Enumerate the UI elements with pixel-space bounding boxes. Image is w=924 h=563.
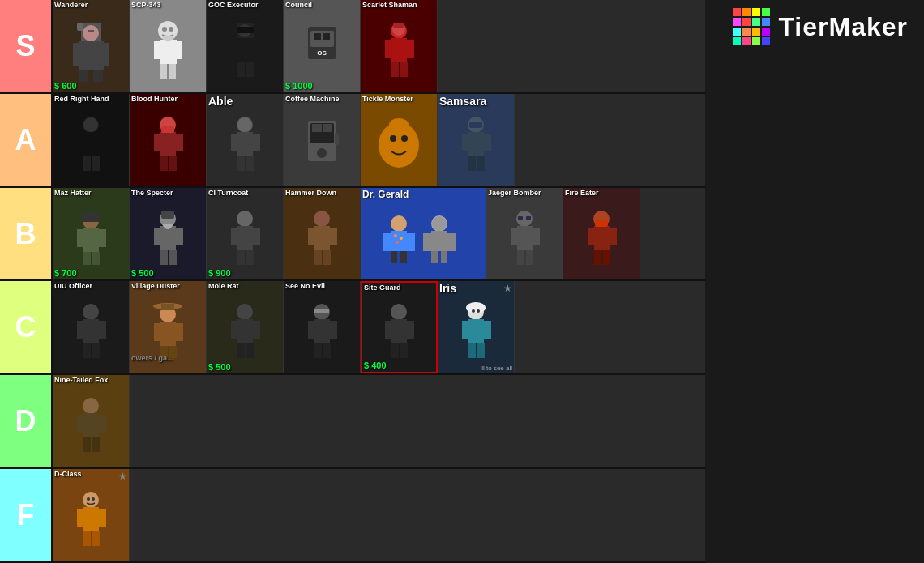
svg-point-67 (401, 135, 408, 142)
svg-point-131 (83, 304, 99, 320)
tier-items-a: Red Right Hand Blood Hunter (53, 94, 705, 186)
svg-rect-135 (83, 343, 91, 358)
svg-rect-126 (588, 228, 596, 245)
svg-rect-89 (160, 250, 168, 265)
svg-rect-26 (310, 31, 334, 47)
tier-row-c: C UIU Officer Village Du (0, 281, 705, 375)
svg-rect-136 (92, 343, 100, 358)
star-icon: ★ (118, 471, 127, 482)
svg-rect-14 (169, 64, 176, 79)
svg-rect-103 (323, 250, 331, 265)
svg-point-15 (162, 27, 167, 32)
svg-point-186 (92, 497, 95, 501)
svg-rect-5 (93, 70, 103, 82)
svg-rect-146 (237, 319, 253, 343)
svg-point-66 (390, 135, 396, 142)
svg-rect-148 (252, 321, 260, 339)
svg-rect-163 (400, 343, 408, 358)
list-item[interactable]: Village Duster owers / ga... (130, 281, 207, 373)
list-item[interactable]: Tickle Monster (361, 94, 438, 186)
svg-rect-34 (391, 62, 399, 77)
svg-rect-154 (329, 321, 337, 339)
svg-point-68 (389, 118, 409, 131)
svg-point-145 (237, 304, 253, 320)
svg-text:OS: OS (317, 49, 327, 57)
svg-rect-64 (335, 133, 339, 145)
svg-point-109 (400, 237, 403, 240)
list-item[interactable]: Iris ★ (438, 281, 515, 373)
svg-rect-123 (526, 216, 531, 220)
svg-rect-153 (308, 321, 316, 339)
svg-rect-134 (98, 321, 106, 339)
list-item[interactable]: Hammer Down (284, 188, 361, 280)
list-item[interactable]: Blood Hunter (130, 94, 207, 186)
list-item[interactable]: Red Right Hand (53, 94, 130, 186)
svg-rect-57 (246, 156, 254, 171)
svg-rect-125 (594, 226, 610, 250)
list-item[interactable]: Samsara (438, 94, 515, 186)
list-item[interactable]: SCP-343 (130, 0, 207, 92)
list-item[interactable]: Able (207, 94, 284, 186)
svg-rect-101 (329, 228, 337, 245)
tier-label-f: F (0, 469, 53, 561)
list-item[interactable]: Wanderer $ 600 (53, 0, 130, 92)
tier-items-c: UIU Officer Village Duster (53, 281, 705, 373)
list-item[interactable]: GOC Executor (207, 0, 284, 92)
svg-rect-46 (160, 132, 176, 156)
tier-items-f: D-Class ★ (53, 469, 705, 561)
star-icon: ★ (503, 283, 512, 294)
svg-rect-150 (246, 343, 254, 358)
list-item[interactable]: Jaeger Bomber (486, 188, 563, 280)
svg-rect-122 (518, 216, 523, 220)
svg-rect-81 (83, 252, 91, 265)
svg-rect-176 (98, 415, 106, 433)
svg-rect-74 (477, 156, 485, 171)
svg-point-172 (477, 309, 480, 313)
list-item[interactable]: Council OS $ 1000 (284, 0, 361, 92)
svg-rect-42 (83, 156, 91, 171)
svg-rect-8 (88, 30, 94, 32)
svg-rect-11 (154, 41, 161, 59)
svg-rect-1 (79, 41, 104, 70)
list-item[interactable]: Site Guard $ 400 (361, 281, 438, 373)
list-item[interactable]: Maz Hatter $ 700 (53, 188, 130, 280)
list-item[interactable]: UIU Officer (53, 281, 130, 373)
tier-row-s: S Wanderer (0, 0, 705, 94)
tier-row-b: B Maz Hatter (0, 188, 705, 282)
svg-rect-183 (83, 531, 91, 546)
list-item[interactable]: CI Turncoat $ 900 (207, 188, 284, 280)
svg-rect-114 (441, 251, 447, 263)
list-item[interactable]: D-Class ★ (53, 469, 130, 561)
svg-rect-102 (314, 250, 322, 265)
list-item[interactable]: Fire Eater (563, 188, 640, 280)
list-item[interactable]: Mole Rat $ 500 (207, 281, 284, 373)
list-item[interactable]: Scarlet Shaman (361, 0, 438, 92)
svg-rect-32 (385, 40, 393, 58)
svg-rect-93 (237, 226, 253, 250)
svg-rect-138 (160, 322, 176, 346)
svg-rect-168 (483, 321, 491, 339)
list-item[interactable]: Dr. Gerald (361, 188, 486, 280)
list-item[interactable]: See No Evil (284, 281, 361, 373)
svg-point-171 (472, 309, 475, 313)
svg-rect-140 (175, 323, 183, 341)
tier-label-a: A (0, 94, 53, 186)
svg-rect-24 (237, 27, 254, 33)
list-item[interactable]: The Specter $ 500 (130, 188, 207, 280)
svg-rect-53 (237, 132, 253, 156)
list-item[interactable]: Coffee Machine (284, 94, 361, 186)
svg-rect-130 (595, 220, 608, 227)
svg-rect-3 (101, 43, 109, 66)
svg-rect-166 (468, 319, 484, 343)
list-item[interactable]: Nine-Tailed Fox (53, 375, 130, 467)
tier-row-a: A Red Right Hand (0, 94, 705, 188)
svg-point-108 (394, 234, 397, 237)
svg-rect-76 (469, 122, 482, 128)
svg-rect-70 (468, 132, 484, 156)
svg-rect-94 (231, 228, 239, 245)
svg-rect-132 (83, 319, 99, 343)
svg-rect-96 (237, 250, 245, 265)
svg-rect-113 (431, 251, 438, 263)
svg-rect-167 (462, 321, 470, 339)
tier-label-s: S (0, 0, 53, 92)
